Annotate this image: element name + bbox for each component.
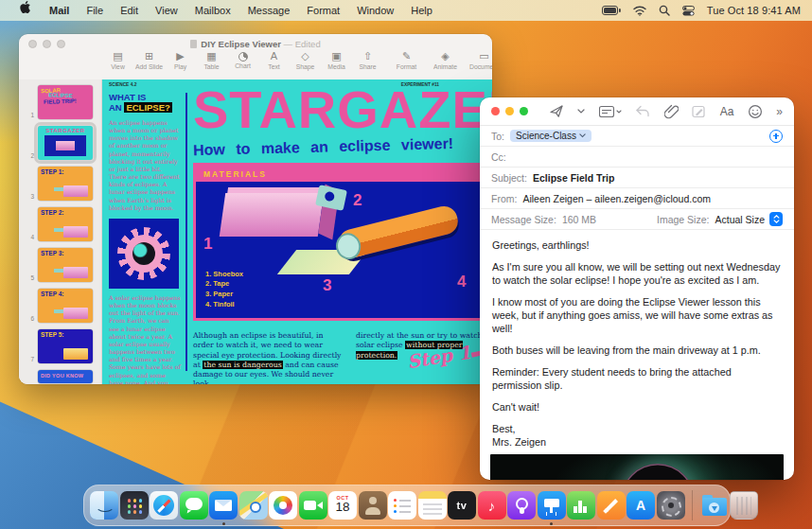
dock-icon-pages[interactable] bbox=[597, 491, 626, 520]
dock-icon-music[interactable]: ♪ bbox=[478, 491, 506, 520]
toolbar-format-button[interactable]: ✎Format bbox=[391, 50, 422, 70]
slide-thumbnail-2-selected[interactable]: 2 STARGAZER bbox=[25, 126, 101, 160]
column-divider bbox=[185, 93, 187, 371]
zoom-button[interactable] bbox=[520, 107, 528, 115]
body-paragraph: Can't wait! bbox=[492, 400, 782, 414]
slide-thumbnail-4[interactable]: 4 STEP 2: bbox=[25, 207, 101, 241]
toolbar-share-button[interactable]: ⇧Share bbox=[352, 50, 383, 70]
toolbar-overflow-button[interactable]: » bbox=[776, 105, 783, 118]
close-button[interactable] bbox=[491, 107, 500, 115]
dock-icon-finder[interactable] bbox=[90, 491, 118, 520]
dock-icon-safari[interactable] bbox=[150, 491, 178, 520]
menu-item-view[interactable]: View bbox=[147, 0, 186, 21]
running-indicator bbox=[222, 522, 225, 525]
dock-icon-downloads-folder[interactable] bbox=[700, 491, 729, 520]
dock-icon-launchpad[interactable] bbox=[120, 491, 149, 520]
keynote-titlebar[interactable]: DIY Eclipse Viewer — Edited bbox=[19, 34, 492, 50]
dock-icon-facetime[interactable] bbox=[299, 491, 327, 520]
slide-thumbnail-3[interactable]: 3 STEP 1: bbox=[25, 167, 101, 201]
slide-thumbnail-7[interactable]: 7 STEP 5: bbox=[25, 329, 101, 363]
dock-icon-reminders[interactable] bbox=[388, 491, 416, 520]
spotlight-search-icon[interactable] bbox=[659, 5, 670, 16]
slide-thumbnail-5[interactable]: 5 STEP 3: bbox=[25, 248, 101, 282]
menu-item-format[interactable]: Format bbox=[298, 0, 348, 21]
reply-icon[interactable] bbox=[635, 105, 650, 117]
dock-icon-system-settings[interactable] bbox=[657, 491, 685, 520]
from-field[interactable]: From: Aileen Zeigen – aileen.zeigen@iclo… bbox=[480, 188, 794, 209]
recipient-token[interactable]: Science-Class bbox=[510, 130, 591, 142]
materials-heading: MATERIALS bbox=[203, 169, 267, 179]
materials-panel: MATERIALS 1 2 3 4 1. Shoebox 2. Tape 3. … bbox=[193, 163, 488, 321]
slide-thumbnail-8[interactable]: DID YOU KNOW bbox=[25, 370, 101, 383]
dock-icon-podcasts[interactable] bbox=[507, 491, 536, 520]
menu-item-mail[interactable]: Mail bbox=[41, 0, 78, 21]
slide-navigator[interactable]: 1 SOLARECLIPSEFIELD TRIP! 2 STARGAZER 3 … bbox=[19, 79, 102, 384]
eclipse-photo-attachment[interactable] bbox=[490, 454, 784, 480]
dock-icon-apple-tv[interactable]: tv bbox=[448, 491, 476, 520]
materials-list: 1. Shoebox 2. Tape 3. Paper 4. Tinfoil bbox=[205, 270, 243, 311]
toolbar-media-button[interactable]: ▣Media bbox=[321, 50, 352, 70]
subject-field[interactable]: Subject: Eclipse Field Trip bbox=[480, 168, 794, 188]
message-body[interactable]: Greetings, earthlings! As I'm sure you a… bbox=[480, 230, 794, 452]
to-field[interactable]: To: Science-Class bbox=[480, 126, 794, 147]
send-options-chevron-icon[interactable] bbox=[577, 109, 585, 114]
attach-file-button[interactable] bbox=[664, 104, 679, 119]
materials-number-4: 4 bbox=[457, 273, 466, 291]
dock-icon-maps[interactable] bbox=[239, 491, 268, 520]
slide-thumbnail-1[interactable]: 1 SOLARECLIPSEFIELD TRIP! bbox=[25, 85, 101, 119]
wifi-icon[interactable] bbox=[633, 6, 646, 16]
control-center-icon[interactable] bbox=[682, 6, 695, 16]
menu-item-window[interactable]: Window bbox=[348, 0, 402, 21]
toolbar-add-slide-button[interactable]: ⊞Add Slide bbox=[133, 50, 165, 70]
dock-icon-calendar[interactable]: OCT 18 bbox=[328, 491, 357, 520]
stepper-chevrons-icon bbox=[769, 212, 783, 226]
menu-item-message[interactable]: Message bbox=[239, 0, 299, 21]
toolbar-play-button[interactable]: ▶Play bbox=[165, 50, 196, 70]
send-button[interactable] bbox=[549, 104, 564, 118]
toolbar-table-button[interactable]: ▦Table bbox=[196, 50, 227, 70]
menu-item-edit[interactable]: Edit bbox=[112, 0, 147, 21]
minimize-button[interactable] bbox=[505, 107, 514, 115]
menu-item-help[interactable]: Help bbox=[402, 0, 441, 21]
format-text-button[interactable]: Aa bbox=[720, 105, 734, 118]
play-icon: ▶ bbox=[176, 50, 184, 62]
document-tab-icon: ▭ bbox=[479, 50, 488, 62]
dock-icon-numbers[interactable] bbox=[567, 491, 595, 520]
toolbar-view-button[interactable]: ▤View bbox=[102, 50, 133, 70]
dock-icon-mail[interactable] bbox=[209, 491, 238, 520]
shape-icon: ◇ bbox=[301, 50, 309, 62]
window-title: DIY Eclipse Viewer — Edited bbox=[19, 39, 492, 49]
body-paragraph: Both buses will be leaving from the main… bbox=[492, 344, 782, 357]
dock-icon-notes[interactable] bbox=[418, 491, 447, 520]
battery-icon[interactable] bbox=[602, 6, 621, 15]
add-recipient-button[interactable] bbox=[769, 130, 783, 143]
menu-item-file[interactable]: File bbox=[78, 0, 112, 21]
body-paragraph: Reminder: Every student needs to bring t… bbox=[492, 365, 782, 392]
image-size-select[interactable] bbox=[769, 212, 783, 226]
toolbar-text-button[interactable]: AText bbox=[258, 50, 290, 70]
header-fields-button[interactable] bbox=[599, 105, 622, 118]
subject-value: Eclipse Field Trip bbox=[533, 172, 614, 184]
mail-toolbar[interactable]: Aa » bbox=[480, 97, 794, 126]
menu-bar-clock[interactable]: Tue Oct 18 9:41 AM bbox=[707, 5, 801, 16]
slide-thumbnail-6[interactable]: 6 STEP 4: bbox=[25, 289, 101, 323]
cc-field[interactable]: Cc: bbox=[480, 147, 794, 168]
dock-icon-messages[interactable] bbox=[180, 491, 208, 520]
toolbar-chart-button[interactable]: Chart bbox=[227, 50, 258, 69]
dock-icon-trash[interactable] bbox=[730, 491, 758, 520]
toolbar-shape-button[interactable]: ◇Shape bbox=[290, 50, 321, 70]
slide-heading: WHAT IS AN ECLIPSE? bbox=[109, 93, 181, 114]
toolbar-document-button[interactable]: ▭Document bbox=[468, 50, 492, 70]
emoji-button[interactable] bbox=[748, 104, 763, 119]
slide-canvas[interactable]: SCIENCE 4.2 EXPERIMENT #11 WHAT IS AN EC… bbox=[102, 79, 492, 384]
dock-icon-app-store[interactable]: A bbox=[627, 491, 655, 520]
markup-button[interactable] bbox=[692, 105, 706, 118]
apple-menu[interactable] bbox=[11, 0, 41, 21]
menu-item-mailbox[interactable]: Mailbox bbox=[186, 0, 239, 21]
toolbar-animate-button[interactable]: ◈Animate bbox=[430, 50, 461, 70]
dock-icon-photos[interactable] bbox=[269, 491, 297, 520]
format-icon: ✎ bbox=[402, 50, 411, 62]
dock-icon-keynote[interactable] bbox=[538, 491, 566, 520]
keynote-toolbar: ▤View ⊞Add Slide ▶Play ▦Table Chart ATex… bbox=[19, 50, 492, 79]
dock-icon-contacts[interactable] bbox=[359, 491, 387, 520]
